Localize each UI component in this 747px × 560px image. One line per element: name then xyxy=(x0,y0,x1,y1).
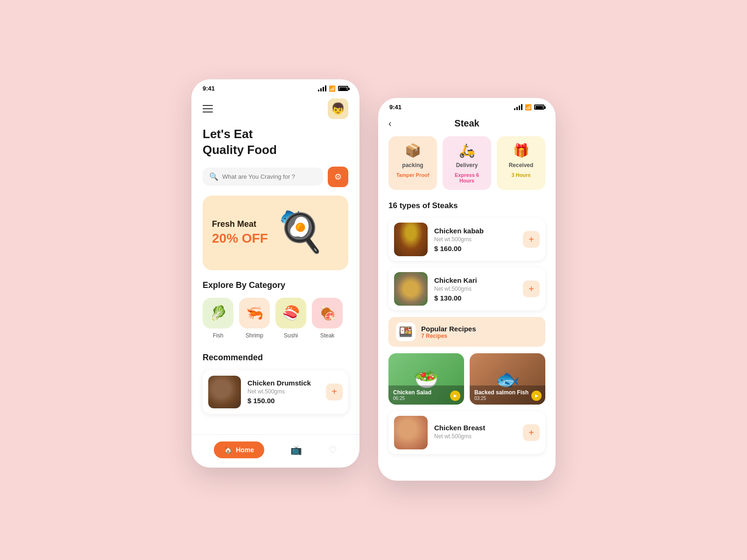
search-bar: 🔍 ⚙ xyxy=(203,167,348,187)
sushi-icon: 🍣 xyxy=(275,298,306,329)
steak-icon: 🍖 xyxy=(312,298,343,329)
left-phone: 9:41 📶 👦 xyxy=(191,79,359,468)
category-item-steak[interactable]: 🍖 Steak xyxy=(312,298,343,339)
salad-name: Chicken Salad xyxy=(393,389,459,396)
right-phone-content: ‹ Steak 📦 packing Tamper Proof 🛵 Deliver… xyxy=(378,113,556,464)
popular-info: Popular Recipes 7 Recipes xyxy=(421,325,476,339)
top-nav: 👦 xyxy=(203,95,348,126)
salad-play-button[interactable]: ▶ xyxy=(450,391,460,401)
breast-info: Chicken Breast Net wt.500gms xyxy=(434,424,516,441)
drumstick-image xyxy=(208,376,241,408)
signal-icon-right xyxy=(514,104,522,110)
kari-price: $ 130.00 xyxy=(434,294,516,302)
steak-item-kabab: Chicken kabab Net wt.500gms $ 160.00 + xyxy=(388,218,545,261)
popular-icon: 🍱 xyxy=(396,322,416,341)
add-breast-button[interactable]: + xyxy=(523,424,540,441)
home-nav-icon: 🏠 xyxy=(224,446,232,454)
promo-banner: Fresh Meat 20% OFF 🐟 🍳 xyxy=(203,196,348,270)
kari-name: Chicken Kari xyxy=(434,276,516,284)
salmon-play-button[interactable]: ▶ xyxy=(531,391,542,401)
screens-container: 9:41 📶 👦 xyxy=(191,79,556,481)
search-input-wrap[interactable]: 🔍 xyxy=(203,168,323,186)
home-nav-button[interactable]: 🏠 Home xyxy=(214,441,264,458)
kari-info: Chicken Kari Net wt.500gms $ 130.00 xyxy=(434,276,516,302)
home-nav-label: Home xyxy=(236,446,254,454)
kari-image xyxy=(394,272,428,306)
bottom-nav: 🏠 Home 📺 ♡ xyxy=(191,434,359,468)
signal-icon xyxy=(318,85,326,91)
salad-time: 06:25 xyxy=(393,396,459,401)
packing-card: 📦 packing Tamper Proof xyxy=(388,136,437,190)
status-bar-left: 9:41 📶 xyxy=(191,79,359,95)
status-icons-left: 📶 xyxy=(318,85,348,92)
status-icons-right: 📶 xyxy=(514,104,544,111)
time-right: 9:41 xyxy=(389,104,402,111)
breast-image xyxy=(394,416,428,449)
add-kari-button[interactable]: + xyxy=(523,280,540,297)
avatar-button[interactable]: 👦 xyxy=(328,98,348,119)
greeting-line1: Let's Eat xyxy=(203,126,348,142)
categories-list: 🥬 Fish 🦐 Shrimp 🍣 Sushi 🍖 Steak 🥩 xyxy=(203,298,348,343)
left-phone-content: 👦 Let's Eat Quality Food 🔍 ⚙ Fresh Meat xyxy=(191,95,359,434)
popular-count: 7 Recipes xyxy=(421,333,476,339)
delivery-cards: 📦 packing Tamper Proof 🛵 Delivery Expres… xyxy=(388,136,545,190)
popular-section: 🍱 Popular Recipes 7 Recipes 🥗 Chicken Sa… xyxy=(388,317,545,454)
page-title: Steak xyxy=(454,118,479,129)
shrimp-icon: 🦐 xyxy=(239,298,270,329)
breast-name: Chicken Breast xyxy=(434,424,516,432)
promo-title: Fresh Meat xyxy=(212,219,268,229)
product-info: Chicken Drumstick Net wt.500gms $ 150.00 xyxy=(247,379,319,405)
product-name: Chicken Drumstick xyxy=(247,379,319,387)
back-button[interactable]: ‹ xyxy=(388,118,392,129)
kabab-price: $ 160.00 xyxy=(434,245,516,252)
types-title: 16 types of Steaks xyxy=(388,201,545,210)
delivery-label: Delivery xyxy=(456,162,478,168)
add-to-cart-button[interactable]: + xyxy=(326,384,343,400)
time-left: 9:41 xyxy=(203,85,215,92)
product-price: $ 150.00 xyxy=(247,397,319,405)
category-label-steak: Steak xyxy=(320,332,335,339)
search-input[interactable] xyxy=(222,173,317,180)
recipe-salmon[interactable]: 🐟 Backed salmon Fish 03:25 ▶ xyxy=(470,353,545,405)
popular-title: Popular Recipes xyxy=(421,325,476,333)
greeting: Let's Eat Quality Food xyxy=(203,126,348,158)
category-item-sushi[interactable]: 🍣 Sushi xyxy=(275,298,306,339)
packing-label: packing xyxy=(402,162,423,168)
promo-discount: 20% OFF xyxy=(212,231,268,246)
filter-button[interactable]: ⚙ xyxy=(328,167,348,187)
salmon-time: 03:25 xyxy=(474,396,541,401)
kabab-name: Chicken kabab xyxy=(434,227,516,235)
breast-weight: Net wt.500gms xyxy=(434,433,516,440)
popular-header: 🍱 Popular Recipes 7 Recipes xyxy=(388,317,545,347)
add-kabab-button[interactable]: + xyxy=(523,231,540,248)
packing-icon: 📦 xyxy=(405,143,421,158)
tv-nav-icon[interactable]: 📺 xyxy=(290,444,302,455)
heart-nav-icon[interactable]: ♡ xyxy=(329,444,337,455)
steak-item-kari: Chicken Kari Net wt.500gms $ 130.00 + xyxy=(388,267,545,310)
received-label: Received xyxy=(509,162,534,168)
category-label-fish: Fish xyxy=(213,332,224,339)
recipe-cards: 🥗 Chicken Salad 06:25 ▶ 🐟 Backed salmon … xyxy=(388,353,545,405)
category-label-sushi: Sushi xyxy=(284,332,298,339)
kabab-image xyxy=(394,223,428,256)
promo-illustration: 🍳 xyxy=(255,196,348,270)
delivery-card: 🛵 Delivery Express 6 Hours xyxy=(443,136,491,190)
kari-weight: Net wt.500gms xyxy=(434,286,516,292)
recommended-section: Recommended Chicken Drumstick Net wt.500… xyxy=(203,353,348,414)
battery-icon-right xyxy=(534,105,544,110)
kabab-info: Chicken kabab Net wt.500gms $ 160.00 xyxy=(434,227,516,252)
wifi-icon: 📶 xyxy=(329,85,336,92)
bottom-product-card: Chicken Breast Net wt.500gms + xyxy=(388,411,545,454)
menu-button[interactable] xyxy=(203,105,213,112)
category-item-fish[interactable]: 🥬 Fish xyxy=(203,298,233,339)
received-sublabel: 3 Hours xyxy=(512,172,531,178)
category-section-title: Explore By Category xyxy=(203,280,348,290)
received-card: 🎁 Received 3 Hours xyxy=(497,136,545,190)
received-icon: 🎁 xyxy=(513,143,529,158)
category-item-shrimp[interactable]: 🦐 Shrimp xyxy=(239,298,270,339)
salmon-name: Backed salmon Fish xyxy=(474,389,541,396)
page-header: ‹ Steak xyxy=(388,113,545,136)
packing-sublabel: Tamper Proof xyxy=(396,172,430,178)
battery-icon xyxy=(338,86,348,91)
recipe-salad[interactable]: 🥗 Chicken Salad 06:25 ▶ xyxy=(388,353,464,405)
